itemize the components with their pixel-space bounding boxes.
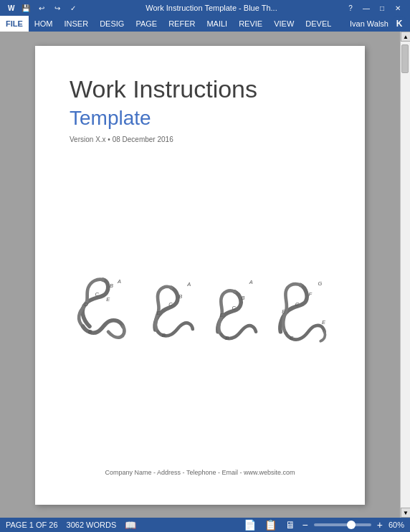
tab-page[interactable]: PAGE [130,16,163,32]
user-info: Ivan Walsh K [350,16,407,32]
status-bar: PAGE 1 OF 26 3062 WORDS 📖 📄 📋 🖥 − + 60% [0,518,410,532]
word-count: 3062 WORDS [67,521,117,529]
document-area: Work Instructions Template Version X.x •… [0,32,400,518]
zoom-thumb[interactable] [347,521,356,529]
title-bar-left: W 💾 ↩ ↪ ✓ [6,3,79,13]
svg-text:F: F [308,291,312,298]
svg-text:G: G [318,280,322,286]
scroll-track [401,42,410,508]
scroll-down-button[interactable]: ▼ [401,508,410,518]
svg-text:D: D [84,301,88,308]
quick-save-icons: 💾 ↩ ↪ ✓ [20,3,79,13]
help-button[interactable]: ? [344,2,357,14]
user-name: Ivan Walsh [350,19,388,28]
tab-developer[interactable]: DEVEL [300,16,337,32]
knot-2: E C B A B [142,270,202,349]
document-page: Work Instructions Template Version X.x •… [35,46,365,505]
zoom-level: 60% [388,521,404,529]
window-title: Work Instruction Template - Blue Th... [79,4,344,12]
zoom-in-button[interactable]: + [377,520,383,530]
zoom-slider[interactable] [314,523,371,526]
svg-text:B: B [162,332,166,338]
page-subtitle: Template [70,107,330,130]
minimize-button[interactable]: — [360,2,373,14]
user-avatar[interactable]: K [391,16,407,32]
svg-text:A: A [117,278,121,285]
page-footer: Company Name - Address - Telephone - Ema… [70,462,330,476]
window-controls: ? — □ ✕ [344,2,404,14]
svg-text:B: B [242,295,245,301]
redo-icon[interactable]: ↪ [52,3,63,13]
page-info: PAGE 1 OF 26 [6,521,58,529]
print-view-button[interactable]: 📄 [242,519,257,531]
spell-icon[interactable]: ✓ [67,3,79,13]
tab-view[interactable]: VIEW [268,16,300,32]
scroll-up-button[interactable]: ▲ [401,32,410,42]
page-version: Version X.x • 08 December 2016 [70,136,330,143]
page-title: Work Instructions [70,75,330,104]
svg-text:B: B [225,335,229,341]
vertical-scrollbar[interactable]: ▲ ▼ [400,32,410,518]
knot-1: D C E B A B [70,270,136,349]
svg-text:C: C [295,301,300,308]
knot-4: E C F G E E [274,270,330,349]
title-bar: W 💾 ↩ ↪ ✓ Work Instruction Template - Bl… [0,0,410,16]
word-icon: W [6,3,17,13]
ribbon-tab-bar: FILE HOM INSER DESIG PAGE REFER MAILI RE… [0,16,410,32]
maximize-button[interactable]: □ [376,2,388,14]
read-view-button[interactable]: 📋 [263,519,278,531]
knot-3: E C B A B [208,270,268,349]
svg-text:C: C [168,301,173,308]
main-area: Work Instructions Template Version X.x •… [0,32,410,518]
svg-text:B: B [178,293,182,300]
svg-text:B: B [88,328,92,334]
knot-illustrations: D C E B A B [70,270,330,349]
tab-references[interactable]: REFER [163,16,201,32]
undo-icon[interactable]: ↩ [36,3,47,13]
tab-insert[interactable]: INSER [59,16,95,32]
svg-text:A: A [249,279,253,285]
status-right: 📄 📋 🖥 − + 60% [242,519,404,531]
svg-text:W: W [8,4,15,12]
scroll-thumb[interactable] [401,44,409,73]
illustration-area: D C E B A B [70,172,330,447]
svg-text:C: C [95,291,99,298]
tab-home[interactable]: HOM [29,16,59,32]
svg-text:C: C [232,305,237,311]
tab-design[interactable]: DESIG [94,16,130,32]
save-icon[interactable]: 💾 [20,3,32,13]
ribbon: FILE HOM INSER DESIG PAGE REFER MAILI RE… [0,16,410,32]
web-view-button[interactable]: 🖥 [284,519,297,531]
svg-text:E: E [322,318,326,325]
tab-review[interactable]: REVIE [233,16,268,32]
svg-text:E: E [106,296,110,303]
zoom-out-button[interactable]: − [302,520,308,530]
tab-mailings[interactable]: MAILI [201,16,233,32]
svg-text:A: A [186,281,191,288]
tab-file[interactable]: FILE [0,16,29,32]
proofing-icon[interactable]: 📖 [125,520,136,531]
status-left: PAGE 1 OF 26 3062 WORDS 📖 [6,520,136,531]
close-button[interactable]: ✕ [391,2,404,14]
svg-text:B: B [110,282,113,289]
